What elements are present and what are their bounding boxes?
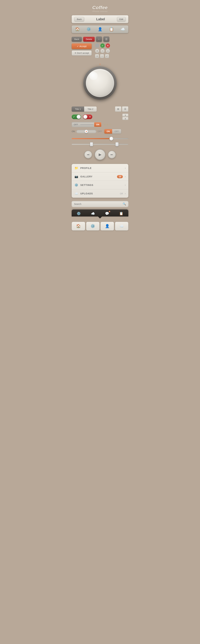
toggle-thumb-on [77,115,81,119]
gallery-badge: 10 [117,175,123,178]
hamburger-icon: ☰ [105,38,107,41]
on-off-dot-row: ON OFF [72,130,102,133]
sliders-section [72,137,128,146]
toggle-switches-row: ✓ ✕ ▼ ▲ [72,114,128,120]
grid-view-button[interactable]: ⊞ [115,106,121,112]
sort-down-button[interactable]: ▼ [122,114,128,117]
slider-track-fill [72,138,128,139]
slider-thumb-1[interactable] [109,137,113,140]
minus-circle-icon[interactable]: − [100,49,105,53]
plus-circle-icon[interactable]: + [95,49,99,53]
slider-track-2 [72,142,128,146]
bottom-settings-icon: ⚙️ [91,224,95,228]
pill-on-button[interactable]: ON [104,129,112,134]
delete-button[interactable]: Delete [83,37,95,42]
dark-tab-settings[interactable]: ⚙️ [77,212,81,216]
uploads-menu-icon: ☁️ [74,192,78,195]
knob-outer[interactable] [83,66,117,100]
dark-tab-messages[interactable]: 💬 [105,212,109,216]
tab-cloud-icon[interactable]: ☁️ [120,27,125,32]
search-icon: 🔍 [123,202,126,206]
app-subtitle: iPhone controls [92,10,108,12]
uploads-menu-label: UPLOADS [80,192,118,195]
dark-tab-cloud[interactable]: ☁️ [91,212,95,216]
chevron-small-icon-button[interactable]: › [100,54,104,58]
toggle-thumb-off [83,115,87,119]
back-dark-button[interactable]: Back [72,37,82,42]
dark-notes-icon: 📋 [119,212,123,216]
search-input[interactable] [74,203,121,205]
sort-arrows: ▼ ▲ [122,114,128,120]
list-icon-button[interactable]: ≡ [95,54,99,58]
media-player: ⏮ ▶ ⏭ [72,149,128,160]
controls-row1: Back Delete ← ☰ [72,36,109,42]
slider-fill-orange [72,138,111,139]
chevron-right-circle-icon[interactable]: › [106,49,110,53]
arrow-left-button[interactable]: ← [96,36,102,42]
menu-item-settings[interactable]: ⚙️ SETTINGS › [72,181,128,189]
check-small-icon-button[interactable]: ✓ [105,54,109,58]
off-on-slider[interactable]: OFF ON [72,122,102,127]
toggle-on-switch[interactable]: ✓ [72,114,81,119]
pill-off-button[interactable]: OFF [112,129,121,134]
dark-tab-notes[interactable]: 📋 [119,212,123,216]
prev-button[interactable]: ⏮ [84,151,92,158]
bottom-nav-cloud[interactable]: ☁️ [115,222,128,230]
close-circle-icon[interactable]: ✕ [106,44,110,48]
dot-slider-thumb [85,130,88,133]
dot-2 [107,124,108,126]
slider-track-grey [72,144,128,145]
slider-thumb-left[interactable] [90,142,93,146]
toggle-off-switch[interactable]: ✕ [83,114,92,119]
dots-indicator [104,124,111,126]
dark-tab-bar: ⚙️ ☁️ 💬 📋 [72,210,128,216]
slider-thumb-right[interactable] [115,142,118,146]
list-view-button[interactable]: ☰ [122,106,128,112]
sort-up-button[interactable]: ▲ [122,117,128,120]
toggle-x-icon: ✕ [89,116,91,118]
tab-home-icon[interactable]: 🏠 [75,27,80,32]
nav-title: Label [96,17,105,21]
on-off-pills: ON OFF [104,129,121,134]
bottom-nav: 🏠 ⚙️ 👤 ☁️ [72,222,128,230]
app-header: Coffee iPhone controls [92,5,108,12]
dark-cloud-icon: ☁️ [91,212,95,216]
prev-icon: ⏮ [87,153,90,156]
tab-profile-icon[interactable]: 👤 [98,27,102,32]
on-label-right: ON [94,122,101,127]
nav-edit-button[interactable]: Edit [117,17,126,22]
icon-row-3: ≡ › ✓ [95,54,110,58]
next-button[interactable]: ⏭ [108,151,116,158]
controls-section: Back Delete ← ☰ ✓ Accept ✕ Don't accept … [72,36,128,58]
on-text-label: ON [72,130,75,133]
accept-button[interactable]: ✓ Accept [72,44,92,49]
check-circle-icon[interactable]: ✓ [100,44,105,48]
bottom-nav-settings[interactable]: ⚙️ [86,222,100,230]
bottom-nav-profile[interactable]: 👤 [100,222,114,230]
nav-bar: Back Label Edit [72,15,128,23]
title-segment-control: Title 1 Title 2 [72,106,97,112]
settings-menu-label: SETTINGS [80,184,123,186]
menu-item-gallery[interactable]: 📷 GALLERY 10 › [72,172,128,181]
controls-icons-col: ✓ ✕ + − › ≡ › ✓ [95,44,110,58]
menu-item-uploads[interactable]: ☁️ UPLOADS Off › [72,189,128,198]
dont-accept-button[interactable]: ✕ Don't accept [72,50,92,56]
dot-slider-track[interactable] [76,130,96,133]
next-icon: ⏭ [110,153,113,156]
tab-notes-icon[interactable]: 📋 [109,27,114,32]
slider-track-1 [72,137,128,140]
play-button[interactable]: ▶ [95,149,105,160]
knob-inner [86,69,114,97]
icon-row-2: + − › [95,49,110,53]
dark-messages-icon: 💬 [105,212,109,216]
tab-settings-icon[interactable]: ⚙️ [87,27,91,32]
nav-back-button[interactable]: Back [74,17,84,22]
dot-thumb-center [86,131,87,132]
segment-title2-button[interactable]: Title 2 [84,106,97,112]
segment-title1-button[interactable]: Title 1 [72,106,84,112]
toggle-check-icon: ✓ [73,116,75,118]
menu-item-profile[interactable]: 📁 PROFILE › [72,164,128,172]
bottom-nav-home[interactable]: 🏠 [72,222,85,230]
menu-button[interactable]: ☰ [103,36,109,42]
search-bar: 🔍 [72,201,128,207]
